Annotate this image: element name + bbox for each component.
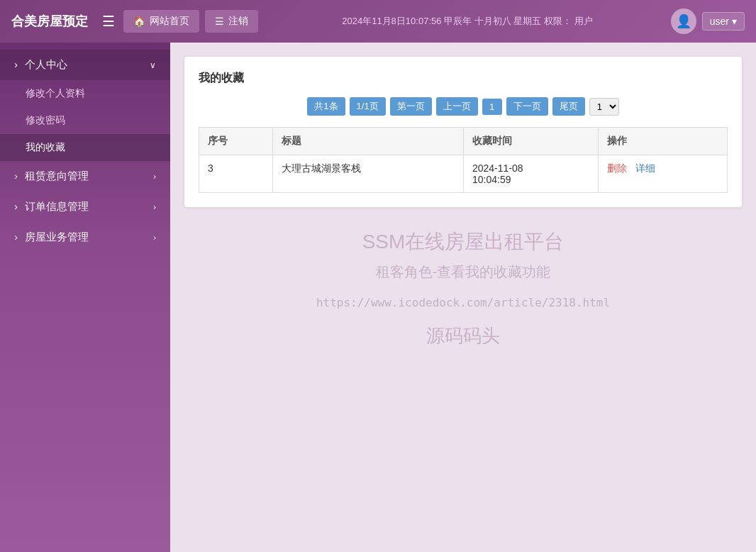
sidebar-sub-item-favorites[interactable]: 我的收藏 [0, 134, 170, 161]
user-dropdown-button[interactable]: user ▾ [702, 12, 745, 31]
expand-icon: ∨ [150, 60, 156, 70]
logout-button[interactable]: ☰ 注销 [205, 10, 258, 33]
sidebar-item-personal-center[interactable]: › 个人中心 ∨ [0, 50, 170, 80]
pagination-bar: 共1条 1/1页 第一页 上一页 1 下一页 尾页 1 [199, 97, 728, 116]
col-action: 操作 [598, 128, 727, 155]
prev-page-button[interactable]: 上一页 [436, 97, 478, 116]
navbar: 合美房屋预定 ☰ 🏠 网站首页 ☰ 注销 2024年11月8日10:07:56 … [0, 0, 756, 43]
expand-icon3: › [153, 202, 156, 212]
table-header-row: 序号 标题 收藏时间 操作 [199, 128, 728, 155]
cell-seq: 3 [199, 155, 273, 193]
sidebar: › 个人中心 ∨ 修改个人资料 修改密码 我的收藏 › 租赁意向管理 › › 订 [0, 43, 170, 552]
watermark-area: SSM在线房屋出租平台 租客角色-查看我的收藏功能 https://www.ic… [184, 228, 742, 348]
cell-time: 2024-11-08 10:04:59 [463, 155, 598, 193]
home-button[interactable]: 🏠 网站首页 [123, 10, 199, 33]
card-title: 我的收藏 [199, 71, 728, 86]
cell-actions: 删除 详细 [598, 155, 727, 193]
chevron-right-icon: › [14, 58, 18, 70]
watermark-brand: 源码码头 [184, 324, 742, 348]
current-page: 1 [482, 99, 502, 115]
favorites-card: 我的收藏 共1条 1/1页 第一页 上一页 1 下一页 尾页 1 序号 [184, 57, 742, 207]
delete-button[interactable]: 删除 [607, 162, 627, 174]
sidebar-item-rental-intent[interactable]: › 租赁意向管理 › [0, 161, 170, 192]
watermark-subtitle: 租客角色-查看我的收藏功能 [184, 263, 742, 282]
expand-icon2: › [153, 172, 156, 182]
menu-icon[interactable]: ☰ [102, 13, 115, 30]
page-select[interactable]: 1 [589, 98, 619, 116]
col-time: 收藏时间 [463, 128, 598, 155]
col-seq: 序号 [199, 128, 273, 155]
next-page-button[interactable]: 下一页 [506, 97, 548, 116]
content-area: 我的收藏 共1条 1/1页 第一页 上一页 1 下一页 尾页 1 序号 [170, 43, 756, 552]
watermark-url: https://www.icodedock.com/article/2318.h… [184, 296, 742, 309]
detail-button[interactable]: 详细 [635, 162, 655, 174]
home-icon: 🏠 [133, 16, 145, 27]
main-layout: › 个人中心 ∨ 修改个人资料 修改密码 我的收藏 › 租赁意向管理 › › 订 [0, 43, 756, 552]
chevron-right-icon2: › [14, 170, 18, 182]
chevron-right-icon4: › [14, 231, 18, 243]
table-row: 3 大理古城湖景客栈 2024-11-08 10:04:59 删除 详细 [199, 155, 728, 193]
user-area: 👤 user ▾ [671, 9, 745, 34]
chevron-right-icon3: › [14, 200, 18, 212]
favorites-table: 序号 标题 收藏时间 操作 3 大理古城湖景客栈 2024-11-08 10:0… [199, 127, 728, 193]
sidebar-item-order-management[interactable]: › 订单信息管理 › [0, 192, 170, 222]
app-brand: 合美房屋预定 [11, 13, 88, 30]
chevron-down-icon: ▾ [732, 16, 737, 27]
logout-icon: ☰ [215, 16, 224, 27]
col-title: 标题 [273, 128, 464, 155]
avatar: 👤 [671, 9, 696, 34]
first-page-button[interactable]: 第一页 [390, 97, 432, 116]
total-badge: 共1条 [307, 97, 345, 116]
cell-title: 大理古城湖景客栈 [273, 155, 464, 193]
sidebar-item-property-management[interactable]: › 房屋业务管理 › [0, 222, 170, 253]
pages-badge: 1/1页 [350, 97, 386, 116]
username-label: user [710, 16, 729, 27]
datetime-display: 2024年11月8日10:07:56 甲辰年 十月初八 星期五 权限： 用户 [264, 15, 671, 28]
last-page-button[interactable]: 尾页 [552, 97, 585, 116]
watermark-platform: SSM在线房屋出租平台 [184, 228, 742, 255]
expand-icon4: › [153, 233, 156, 243]
sidebar-sub-item-change-password[interactable]: 修改密码 [0, 107, 170, 134]
sidebar-sub-item-edit-profile[interactable]: 修改个人资料 [0, 80, 170, 107]
